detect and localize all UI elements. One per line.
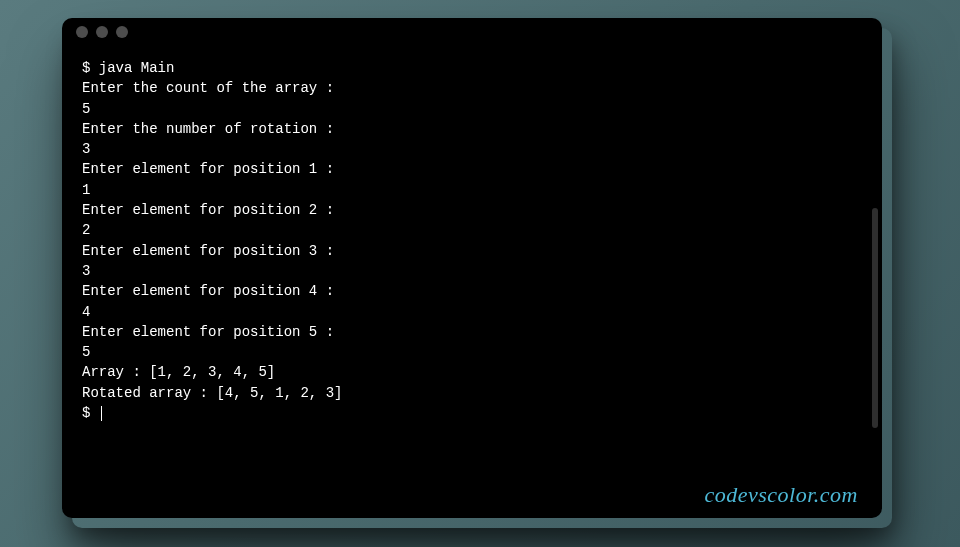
terminal-line: 1 [82, 182, 90, 198]
terminal-line: Enter element for position 2 : [82, 202, 334, 218]
terminal-line: Enter element for position 1 : [82, 161, 334, 177]
terminal-line: Enter element for position 3 : [82, 243, 334, 259]
terminal-window: $ java Main Enter the count of the array… [62, 18, 882, 518]
terminal-line: Enter element for position 4 : [82, 283, 334, 299]
terminal-line: Array : [1, 2, 3, 4, 5] [82, 364, 275, 380]
terminal-line: Rotated array : [4, 5, 1, 2, 3] [82, 385, 342, 401]
minimize-dot[interactable] [96, 26, 108, 38]
terminal-line: 5 [82, 344, 90, 360]
window-titlebar [62, 18, 882, 46]
scrollbar[interactable] [872, 208, 878, 428]
cursor [101, 406, 102, 421]
maximize-dot[interactable] [116, 26, 128, 38]
terminal-content[interactable]: $ java Main Enter the count of the array… [62, 46, 882, 435]
terminal-line: Enter the number of rotation : [82, 121, 334, 137]
watermark: codevscolor.com [704, 482, 858, 508]
terminal-line: 5 [82, 101, 90, 117]
terminal-line: $ [82, 405, 99, 421]
terminal-line: Enter element for position 5 : [82, 324, 334, 340]
terminal-line: $ java Main [82, 60, 174, 76]
terminal-line: 3 [82, 263, 90, 279]
terminal-line: Enter the count of the array : [82, 80, 334, 96]
terminal-line: 2 [82, 222, 90, 238]
terminal-line: 3 [82, 141, 90, 157]
terminal-line: 4 [82, 304, 90, 320]
close-dot[interactable] [76, 26, 88, 38]
